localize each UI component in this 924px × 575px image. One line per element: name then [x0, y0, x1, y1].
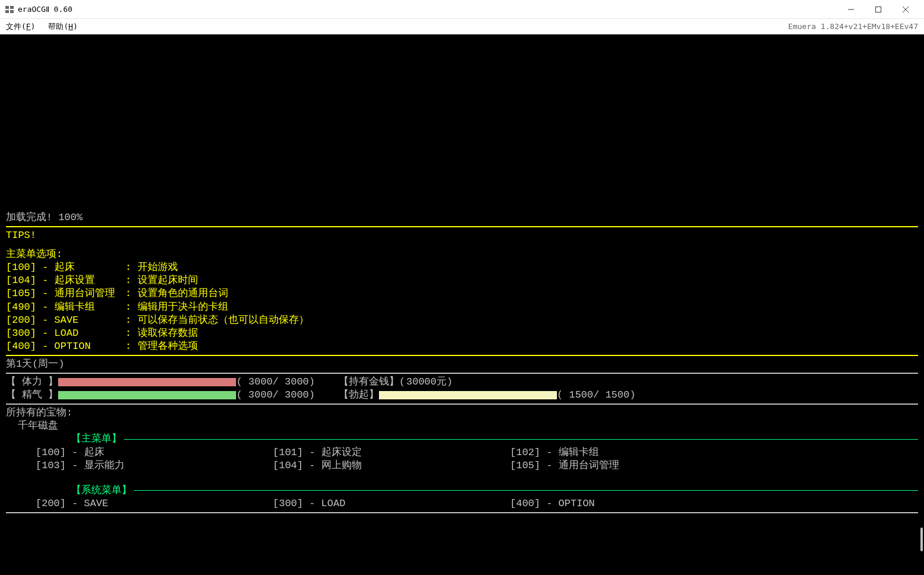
menu-option[interactable]: [200] - SAVE — [6, 497, 243, 510]
ej-label: 【勃起】 — [339, 389, 379, 402]
main-menu-row: [103] - 显示能力 [104] - 网上购物 [105] - 通用台词管理 — [6, 459, 918, 472]
divider — [6, 226, 918, 227]
section-main-header: 【主菜单】 — [6, 433, 918, 446]
minimize-button[interactable] — [837, 0, 865, 19]
menu-file[interactable]: 文件(F) — [6, 21, 35, 32]
stat-sp-row: 【 精气 】 ( 3000/ 3000) 【勃起】 ( 1500/ 1500) — [6, 389, 918, 402]
treasure-header: 所持有的宝物: — [6, 406, 918, 420]
svg-rect-2 — [5, 10, 9, 13]
day-label: 第1天(周一) — [6, 358, 918, 371]
treasure-item: 千年磁盘 — [6, 420, 918, 433]
tip-item: [200] - SAVE: 可以保存当前状态（也可以自动保存） — [6, 314, 918, 327]
scrollbar[interactable] — [917, 34, 923, 575]
menubar: 文件(F) 帮助(H) Emuera 1.824+v21+EMv18+EEv47 — [0, 19, 924, 34]
sp-bar — [58, 391, 236, 399]
ej-value: ( 1500/ 1500) — [557, 389, 636, 402]
stat-hp-row: 【 体力 】 ( 3000/ 3000) 【持有金钱】( 30000元) — [6, 376, 918, 389]
divider — [6, 512, 918, 513]
menu-option[interactable]: [104] - 网上购物 — [243, 459, 480, 472]
game-area: 加载完成! 100% TIPS! 主菜单选项: [100] - 起床: 开始游戏… — [0, 34, 924, 575]
menu-option[interactable]: [300] - LOAD — [243, 497, 480, 510]
menu-option[interactable]: [102] - 编辑卡组 — [480, 446, 718, 459]
app-icon — [5, 5, 14, 14]
divider — [6, 355, 918, 356]
main-menu-row: [100] - 起床 [101] - 起床设定 [102] - 编辑卡组 — [6, 446, 918, 459]
blank-area — [6, 39, 918, 211]
hp-bar — [58, 378, 236, 386]
hp-value: ( 3000/ 3000) — [236, 376, 315, 389]
money-label: 【持有金钱】( — [339, 376, 405, 389]
main-menu-header: 主菜单选项: — [6, 248, 918, 261]
menu-option[interactable]: [101] - 起床设定 — [243, 446, 480, 459]
svg-rect-0 — [5, 6, 9, 9]
titlebar: eraOCGⅡ 0.60 — [0, 0, 924, 19]
svg-rect-5 — [876, 7, 881, 12]
menu-option[interactable]: [400] - OPTION — [480, 497, 718, 510]
tip-item: [105] - 通用台词管理: 设置角色的通用台词 — [6, 287, 918, 300]
section-main-label: 【主菜单】 — [71, 433, 122, 446]
ej-bar — [379, 391, 557, 399]
divider — [6, 404, 918, 405]
maximize-button[interactable] — [865, 0, 892, 19]
tip-item: [100] - 起床: 开始游戏 — [6, 261, 918, 274]
section-sys-label: 【系统菜单】 — [71, 484, 132, 497]
tip-item: [490] - 编辑卡组: 编辑用于决斗的卡组 — [6, 301, 918, 314]
hp-label: 【 体力 】 — [6, 376, 58, 389]
money-value: 30000元) — [405, 376, 453, 389]
window-title: eraOCGⅡ 0.60 — [18, 5, 837, 14]
tip-item: [400] - OPTION: 管理各种选项 — [6, 340, 918, 353]
tips-label: TIPS! — [6, 229, 918, 242]
scrollbar-thumb[interactable] — [920, 528, 923, 551]
menu-option[interactable]: [103] - 显示能力 — [6, 459, 243, 472]
sys-menu-row: [200] - SAVE [300] - LOAD [400] - OPTION — [6, 497, 918, 510]
section-line — [124, 439, 918, 440]
close-button[interactable] — [892, 0, 919, 19]
tip-item: [300] - LOAD: 读取保存数据 — [6, 327, 918, 340]
sp-value: ( 3000/ 3000) — [236, 389, 315, 402]
window-controls — [837, 0, 919, 19]
section-line — [134, 490, 918, 491]
sp-label: 【 精气 】 — [6, 389, 58, 402]
section-sys-header: 【系统菜单】 — [6, 484, 918, 497]
tip-item: [104] - 起床设置: 设置起床时间 — [6, 274, 918, 287]
load-complete-text: 加载完成! 100% — [6, 211, 918, 224]
svg-rect-1 — [10, 6, 14, 9]
svg-rect-3 — [10, 10, 14, 13]
menu-help[interactable]: 帮助(H) — [48, 21, 77, 32]
divider — [6, 373, 918, 374]
menu-option[interactable]: [100] - 起床 — [6, 446, 243, 459]
version-label: Emuera 1.824+v21+EMv18+EEv47 — [788, 22, 918, 31]
menu-option[interactable]: [105] - 通用台词管理 — [480, 459, 718, 472]
